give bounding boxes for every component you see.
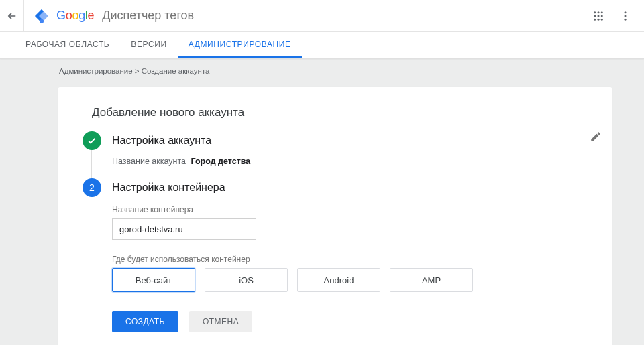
tag-manager-logo-icon	[34, 8, 50, 24]
platform-android[interactable]: Android	[297, 268, 380, 292]
breadcrumb: Администрирование > Создание аккаунта	[0, 59, 644, 80]
product-name: Диспетчер тегов	[102, 9, 194, 23]
step-2: 2 Настройка контейнера Название контейне…	[83, 178, 593, 292]
step2-badge: 2	[83, 178, 101, 197]
container-usage-label: Где будет использоваться контейнер	[112, 255, 593, 264]
svg-point-0	[40, 19, 44, 23]
steps: Настройка аккаунта Название аккаунта Гор…	[83, 131, 593, 292]
card-title: Добавление нового аккаунта	[92, 106, 593, 119]
svg-point-9	[601, 18, 603, 20]
svg-point-12	[625, 18, 627, 20]
more-button[interactable]	[612, 3, 639, 29]
svg-point-8	[598, 18, 600, 20]
tab-admin[interactable]: АДМИНИСТРИРОВАНИЕ	[178, 32, 302, 58]
tab-versions[interactable]: ВЕРСИИ	[120, 32, 177, 58]
back-button[interactable]	[0, 0, 24, 32]
svg-point-1	[594, 11, 596, 13]
top-bar: Google Диспетчер тегов	[0, 0, 644, 32]
main-tabs: РАБОЧАЯ ОБЛАСТЬ ВЕРСИИ АДМИНИСТРИРОВАНИЕ	[0, 32, 644, 59]
svg-point-7	[594, 18, 596, 20]
container-name-label: Название контейнера	[112, 205, 593, 214]
account-name-label: Название аккаунта	[112, 157, 186, 166]
svg-point-11	[625, 15, 627, 17]
create-account-card: Добавление нового аккаунта Настройка акк…	[58, 87, 612, 345]
svg-point-10	[625, 11, 627, 13]
svg-point-4	[594, 15, 596, 17]
tab-workspace[interactable]: РАБОЧАЯ ОБЛАСТЬ	[15, 32, 120, 58]
step-1: Настройка аккаунта Название аккаунта Гор…	[83, 131, 593, 178]
step1-title: Настройка аккаунта	[112, 131, 593, 150]
create-button[interactable]: СОЗДАТЬ	[112, 311, 178, 332]
check-icon	[87, 135, 97, 146]
platform-amp[interactable]: AMP	[390, 268, 473, 292]
form-actions: СОЗДАТЬ ОТМЕНА	[112, 311, 593, 332]
apps-button[interactable]	[585, 3, 612, 29]
container-name-input[interactable]	[112, 218, 256, 240]
logo-wrap: Google Диспетчер тегов	[24, 8, 194, 24]
more-vert-icon	[619, 10, 631, 22]
svg-point-2	[598, 11, 600, 13]
step1-badge	[83, 131, 101, 150]
svg-point-5	[598, 15, 600, 17]
google-logo-text: Google	[56, 9, 94, 23]
cancel-button[interactable]: ОТМЕНА	[189, 311, 252, 332]
svg-point-6	[601, 15, 603, 17]
svg-point-3	[601, 11, 603, 13]
apps-grid-icon	[592, 10, 604, 22]
account-name-value: Город детства	[191, 157, 250, 166]
arrow-left-icon	[6, 10, 18, 22]
step2-title: Настройка контейнера	[112, 178, 593, 197]
platform-options: Веб-сайт iOS Android AMP	[112, 268, 593, 292]
platform-web[interactable]: Веб-сайт	[112, 268, 195, 292]
account-name-line: Название аккаунта Город детства	[112, 157, 593, 166]
platform-ios[interactable]: iOS	[205, 268, 288, 292]
